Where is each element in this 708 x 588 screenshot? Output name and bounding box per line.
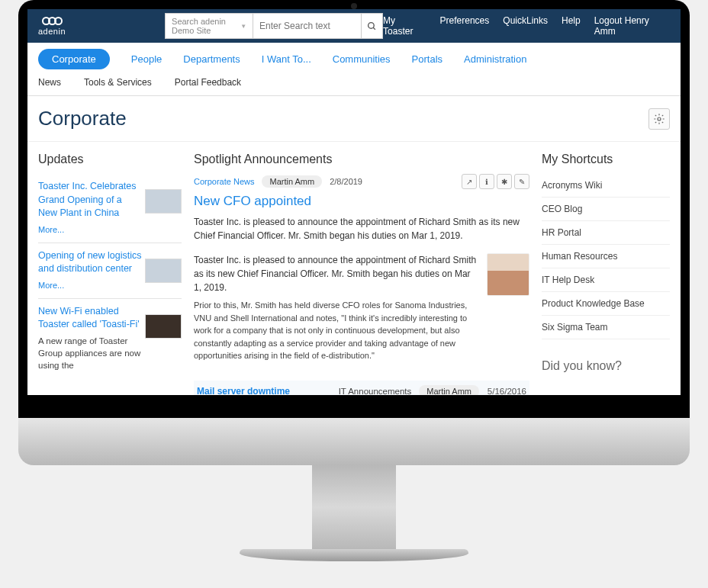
nav-administration[interactable]: Administration	[464, 49, 526, 69]
top-bar: adenin Search adenin Demo Site ▼ My Toas…	[27, 9, 681, 43]
shortcut-link[interactable]: Product Knowledge Base	[542, 292, 670, 316]
link-quicklinks[interactable]: QuickLinks	[503, 15, 548, 37]
gear-icon: ✱	[501, 178, 507, 186]
info-button[interactable]: ℹ	[479, 174, 494, 189]
screen: adenin Search adenin Demo Site ▼ My Toas…	[27, 9, 681, 395]
spotlight-category[interactable]: Corporate News	[194, 177, 254, 186]
link-help[interactable]: Help	[562, 15, 581, 37]
brand-name: adenin	[38, 27, 66, 36]
shortcut-link[interactable]: IT Help Desk	[542, 268, 670, 292]
search-button[interactable]	[362, 13, 383, 39]
update-thumbnail	[145, 259, 182, 283]
sub-title[interactable]: Mail server downtime	[197, 386, 339, 396]
nav-communities[interactable]: Communities	[333, 49, 391, 69]
nav-iwantto[interactable]: I Want To...	[262, 49, 311, 69]
shortcut-link[interactable]: CEO Blog	[542, 198, 670, 221]
update-more-link[interactable]: More...	[38, 281, 64, 290]
update-item: Opening of new logistics and distributio…	[38, 243, 182, 299]
svg-point-2	[658, 117, 661, 120]
link-preferences[interactable]: Preferences	[440, 15, 490, 37]
shortcut-link[interactable]: HR Portal	[542, 221, 670, 245]
link-logout[interactable]: Logout Henry Amm	[594, 15, 670, 37]
spotlight-body-wrap: Toaster Inc. is pleased to announce the …	[194, 253, 529, 362]
content-area: Updates Toaster Inc. Celebrates Grand Op…	[27, 142, 681, 395]
monitor-frame: adenin Search adenin Demo Site ▼ My Toas…	[18, 0, 690, 418]
sub-category: IT Announcements	[339, 387, 412, 396]
update-more-link[interactable]: More...	[38, 225, 64, 234]
info-icon: ℹ	[485, 178, 488, 186]
spotlight-body-lead: Toaster Inc. is pleased to announce the …	[194, 255, 476, 293]
nav-corporate[interactable]: Corporate	[38, 49, 110, 69]
spotlight-meta: Corporate News Martin Amm 2/8/2019 ↗ ℹ ✱…	[194, 174, 529, 189]
brand-logo[interactable]: adenin	[38, 17, 66, 36]
update-item: New Wi-Fi enabled Toaster called 'Toasti…	[38, 299, 182, 379]
search-input[interactable]	[253, 13, 362, 39]
shortcut-link[interactable]: Six Sigma Team	[542, 316, 670, 339]
spotlight-column: Spotlight Announcements Corporate News M…	[188, 142, 536, 395]
subnav-tools[interactable]: Tools & Services	[84, 77, 152, 88]
search-bar: Search adenin Demo Site ▼	[165, 13, 383, 39]
spotlight-date: 2/8/2019	[330, 177, 362, 186]
portrait-photo	[487, 253, 529, 296]
spotlight-body: Toaster Inc. is pleased to announce the …	[194, 253, 478, 362]
search-scope-label: Search adenin Demo Site	[172, 17, 240, 35]
spotlight-body-note: Prior to this, Mr. Smith has held divers…	[194, 299, 478, 362]
shortcut-link[interactable]: Acronyms Wiki	[542, 174, 670, 198]
page-title-row: Corporate	[27, 96, 681, 142]
monitor-stand	[18, 418, 690, 561]
nav-secondary: News Tools & Services Portal Feedback	[27, 69, 681, 96]
shortcuts-column: My Shortcuts Acronyms Wiki CEO Blog HR P…	[536, 142, 681, 395]
monitor-foot	[240, 549, 468, 561]
pencil-icon: ✎	[519, 178, 525, 186]
updates-title: Updates	[38, 153, 182, 166]
page-title: Corporate	[38, 107, 127, 130]
svg-line-1	[373, 27, 375, 30]
subnav-news[interactable]: News	[38, 77, 61, 88]
shortcut-link[interactable]: Human Resources	[542, 245, 670, 268]
nav-primary: Corporate People Departments I Want To..…	[27, 43, 681, 69]
sub-author[interactable]: Martin Amm	[419, 385, 479, 396]
nav-people[interactable]: People	[131, 49, 162, 69]
caret-down-icon: ▼	[240, 23, 246, 30]
bezel-bottom	[27, 395, 681, 418]
spotlight-headline[interactable]: New CFO appointed	[194, 194, 529, 209]
subnav-feedback[interactable]: Portal Feedback	[175, 77, 241, 88]
shortcuts-title: My Shortcuts	[542, 153, 670, 166]
infinity-icon	[42, 17, 63, 25]
share-button[interactable]: ↗	[462, 174, 477, 189]
updates-column: Updates Toaster Inc. Celebrates Grand Op…	[27, 142, 188, 395]
settings-button[interactable]	[648, 108, 670, 130]
top-links: My Toaster Preferences QuickLinks Help L…	[383, 15, 670, 37]
update-excerpt: A new range of Toaster Group appliances …	[38, 335, 182, 371]
nav-departments[interactable]: Departments	[183, 49, 240, 69]
update-item: Toaster Inc. Celebrates Grand Opening of…	[38, 174, 182, 243]
gear-icon	[653, 113, 665, 125]
update-thumbnail	[145, 189, 182, 214]
monitor-chin	[18, 418, 690, 465]
svg-point-0	[368, 22, 375, 28]
settings-mini-button[interactable]: ✱	[497, 174, 512, 189]
did-you-know-title: Did you know?	[542, 359, 670, 373]
search-scope-dropdown[interactable]: Search adenin Demo Site ▼	[165, 13, 253, 39]
sub-announcements: Mail server downtime IT Announcements Ma…	[194, 381, 529, 396]
link-my-toaster[interactable]: My Toaster	[383, 15, 426, 37]
edit-button[interactable]: ✎	[514, 174, 529, 189]
sub-date: 5/16/2016	[479, 387, 526, 396]
spotlight-author[interactable]: Martin Amm	[262, 175, 322, 188]
camera-dot	[351, 3, 357, 9]
spotlight-title: Spotlight Announcements	[194, 153, 529, 166]
spotlight-actions: ↗ ℹ ✱ ✎	[462, 174, 529, 189]
search-icon	[367, 21, 377, 31]
spotlight-intro: Toaster Inc. is pleased to announce the …	[194, 215, 529, 243]
monitor-neck	[312, 465, 396, 549]
update-thumbnail	[145, 314, 182, 339]
share-icon: ↗	[466, 178, 472, 186]
nav-portals[interactable]: Portals	[412, 49, 443, 69]
table-row[interactable]: Mail server downtime IT Announcements Ma…	[194, 381, 529, 396]
